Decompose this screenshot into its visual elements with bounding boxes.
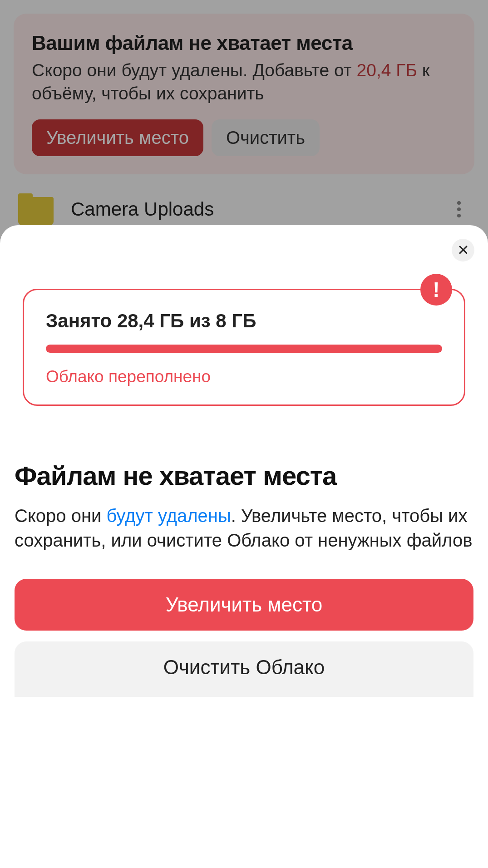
close-button[interactable]: ✕ <box>452 239 474 261</box>
increase-space-primary-button[interactable]: Увеличить место <box>15 579 473 631</box>
clear-cloud-secondary-button[interactable]: Очистить Облако <box>15 641 473 697</box>
sheet-bottom-section: Файлам не хватает места Скоро они будут … <box>0 439 488 697</box>
storage-progress-bar <box>46 345 442 353</box>
storage-status-card: ! Занято 28,4 ГБ из 8 ГБ Облако переполн… <box>23 289 465 406</box>
close-icon: ✕ <box>457 242 469 259</box>
sheet-title: Файлам не хватает места <box>15 460 473 491</box>
sheet-body: Скоро они будут удалены. Увеличьте место… <box>15 503 473 552</box>
sheet-top-section: ✕ ! Занято 28,4 ГБ из 8 ГБ Облако перепо… <box>0 225 488 439</box>
storage-bottom-sheet: ✕ ! Занято 28,4 ГБ из 8 ГБ Облако перепо… <box>0 225 488 868</box>
will-be-deleted-link[interactable]: будут удалены <box>106 506 231 526</box>
storage-status-text: Облако переполнено <box>46 367 442 386</box>
storage-used-label: Занято 28,4 ГБ из 8 ГБ <box>46 310 442 332</box>
sheet-body-prefix: Скоро они <box>15 506 106 526</box>
alert-icon: ! <box>420 274 452 306</box>
